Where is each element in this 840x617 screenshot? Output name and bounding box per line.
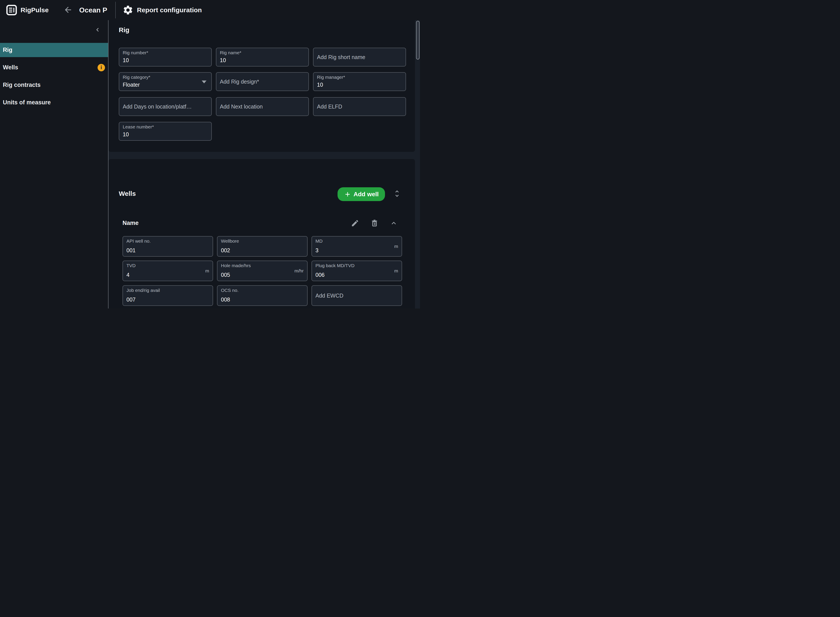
sidebar-item-rig-contracts[interactable]: Rig contracts: [0, 78, 108, 92]
field-value: Floater: [123, 82, 140, 88]
field-tvd[interactable]: TVD 4 m: [122, 261, 213, 281]
field-value: 005: [221, 272, 230, 278]
unfold-more-icon: [393, 189, 401, 199]
wells-section-title: Wells: [119, 190, 136, 197]
field-rig-name[interactable]: Rig name* 10: [216, 48, 309, 66]
field-value: 10: [123, 57, 129, 63]
field-label: Job end/rig avail: [127, 288, 160, 293]
field-rig-short-name[interactable]: Add Rig short name: [313, 48, 406, 66]
arrow-left-icon: [63, 5, 73, 15]
field-hole-made-hrs[interactable]: Hole made/hrs 005 m/hr: [217, 261, 308, 281]
sidebar-item-label: Rig contracts: [3, 82, 41, 89]
field-label: Hole made/hrs: [221, 263, 251, 268]
field-ewcd[interactable]: Add EWCD: [311, 285, 402, 306]
field-label: Rig name*: [220, 50, 241, 55]
field-placeholder: Add ELFD: [317, 97, 402, 115]
field-value: 001: [127, 247, 136, 254]
field-rig-manager[interactable]: Rig manager* 10: [313, 72, 406, 91]
field-value: 10: [317, 82, 323, 88]
field-value: 3: [315, 247, 318, 254]
field-label: MD: [315, 239, 323, 244]
sidebar: Rig Wells i Rig contracts Units of measu…: [0, 20, 108, 308]
field-value: 10: [123, 131, 129, 137]
well-group-name: Name: [122, 220, 139, 226]
sidebar-item-rig[interactable]: Rig: [0, 43, 108, 57]
field-label: Rig manager*: [317, 75, 345, 80]
field-placeholder: Add Days on location/platf…: [123, 97, 208, 115]
field-next-location[interactable]: Add Next location: [216, 97, 309, 116]
add-well-label: Add well: [354, 191, 379, 198]
field-unit: m/hr: [295, 268, 304, 273]
edit-well-button[interactable]: [350, 219, 360, 229]
field-placeholder: Add EWCD: [315, 286, 399, 306]
field-days-on-location[interactable]: Add Days on location/platf…: [119, 97, 212, 116]
sidebar-item-label: Wells: [3, 64, 18, 71]
page-title: Report configuration: [137, 0, 202, 20]
scrollbar-track[interactable]: [416, 20, 420, 308]
field-label: API well no.: [127, 239, 151, 244]
info-badge-icon: i: [97, 64, 105, 71]
brand-title: RigPulse: [21, 0, 49, 20]
field-placeholder: Add Rig short name: [317, 48, 402, 66]
field-ocs-no[interactable]: OCS no. 008: [217, 285, 308, 306]
field-api-well-no[interactable]: API well no. 001: [122, 236, 213, 257]
field-value: 007: [127, 297, 136, 303]
field-label: Lease number*: [123, 124, 154, 130]
field-label: Plug back MD/TVD: [315, 263, 355, 268]
topbar: RigPulse Ocean P Report configuration: [0, 0, 420, 20]
plus-icon: [344, 190, 351, 198]
topbar-divider: [115, 2, 116, 18]
field-rig-design[interactable]: Add Rig design*: [216, 72, 309, 91]
field-label: Rig number*: [123, 50, 148, 55]
field-md[interactable]: MD 3 m: [311, 236, 402, 257]
field-placeholder: Add Next location: [220, 97, 305, 115]
field-unit: m: [394, 244, 398, 249]
field-plug-back-md-tvd[interactable]: Plug back MD/TVD 006 m: [311, 261, 402, 281]
field-rig-category-select[interactable]: Rig category* Floater: [119, 72, 212, 91]
rig-section-title: Rig: [119, 26, 129, 34]
context-title: Ocean P: [79, 0, 107, 20]
sidebar-collapse-button[interactable]: [93, 26, 102, 35]
back-button[interactable]: [63, 5, 73, 15]
field-value: 10: [220, 57, 226, 63]
reorder-wells-button[interactable]: [392, 189, 402, 199]
sidebar-item-label: Rig: [3, 47, 12, 53]
chevron-up-icon: [390, 219, 398, 228]
field-label: TVD: [127, 263, 136, 268]
collapse-well-button[interactable]: [389, 219, 399, 229]
field-label: OCS no.: [221, 288, 239, 293]
field-value: 006: [315, 272, 325, 278]
add-well-button[interactable]: Add well: [337, 187, 385, 201]
field-value: 002: [221, 247, 230, 254]
sidebar-item-wells[interactable]: Wells i: [0, 61, 108, 75]
delete-well-button[interactable]: [370, 219, 379, 229]
field-rig-number[interactable]: Rig number* 10: [119, 48, 212, 66]
settings-gear-icon: [122, 4, 133, 16]
field-label: Wellbore: [221, 239, 239, 244]
field-value: 008: [221, 297, 230, 303]
field-placeholder: Add Rig design*: [220, 72, 305, 91]
field-wellbore[interactable]: Wellbore 002: [217, 236, 308, 257]
field-label: Rig category*: [123, 75, 150, 80]
pencil-icon: [351, 219, 359, 228]
screen: RigPulse Ocean P Report configuration: [0, 0, 420, 308]
main-content: Rig Rig number* 10 Rig name* 10 Add Rig …: [109, 20, 420, 308]
field-unit: m: [205, 268, 209, 273]
field-job-end-rig-avail[interactable]: Job end/rig avail 007: [122, 285, 213, 306]
sidebar-item-units-of-measure[interactable]: Units of measure: [0, 95, 108, 109]
scrollbar-thumb[interactable]: [416, 21, 420, 59]
app-logo-icon: [6, 4, 18, 16]
chevron-left-icon: [94, 26, 101, 34]
trash-icon: [370, 219, 379, 228]
field-elfd[interactable]: Add ELFD: [313, 97, 406, 116]
field-lease-number[interactable]: Lease number* 10: [119, 122, 212, 141]
sidebar-item-label: Units of measure: [3, 99, 51, 106]
dropdown-caret-icon: [202, 81, 206, 83]
field-value: 4: [127, 272, 130, 278]
field-unit: m: [394, 268, 398, 273]
